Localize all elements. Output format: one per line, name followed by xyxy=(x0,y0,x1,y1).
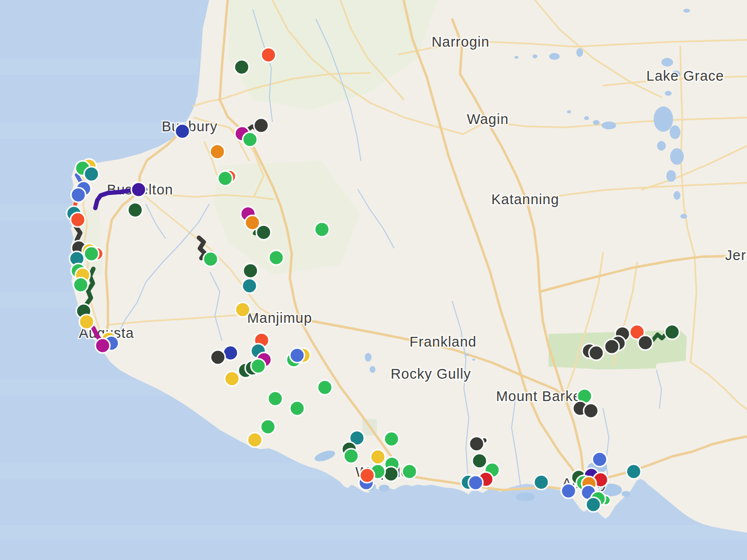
map-marker-blue[interactable] xyxy=(561,484,576,498)
map-marker-teal[interactable] xyxy=(586,497,601,512)
map-marker-green[interactable] xyxy=(251,359,266,373)
map-marker-darkgreen[interactable] xyxy=(243,263,258,278)
map-marker-green[interactable] xyxy=(384,432,399,446)
map-marker-magenta[interactable] xyxy=(95,338,110,353)
town-label-katanning: Katanning xyxy=(491,192,559,207)
nornalup-inlet xyxy=(379,485,390,491)
map-marker-black[interactable] xyxy=(589,346,604,360)
map-marker-blue[interactable] xyxy=(468,475,483,490)
map-marker-darkgreen[interactable] xyxy=(256,225,271,240)
map-svg: NarroginWaginKatanningLake GraceJerraBun… xyxy=(0,0,747,560)
map-marker-darkgreen[interactable] xyxy=(472,454,487,468)
map-marker-gold[interactable] xyxy=(235,302,250,317)
map-marker-black[interactable] xyxy=(469,437,484,451)
map-marker-gold[interactable] xyxy=(248,433,262,447)
map-marker-orange[interactable] xyxy=(210,144,225,159)
map-marker-green[interactable] xyxy=(290,401,304,416)
town-label-wagin: Wagin xyxy=(467,111,509,127)
map-marker-green[interactable] xyxy=(73,278,88,292)
town-label-narrogin: Narrogin xyxy=(431,34,489,50)
map-marker-darkgreen[interactable] xyxy=(128,203,142,217)
map-marker-green[interactable] xyxy=(402,464,417,479)
map-canvas[interactable]: NarroginWaginKatanningLake GraceJerraBun… xyxy=(0,0,747,560)
map-marker-green[interactable] xyxy=(318,380,332,395)
map-marker-black[interactable] xyxy=(605,339,619,354)
town-label-manjimup: Manjimup xyxy=(247,310,312,326)
town-label-lake-grace: Lake Grace xyxy=(646,68,724,84)
map-marker-blue[interactable] xyxy=(71,188,86,202)
map-marker-green[interactable] xyxy=(344,449,358,463)
map-marker-darkgreen[interactable] xyxy=(234,60,249,74)
map-marker-blue[interactable] xyxy=(592,452,607,467)
map-marker-green[interactable] xyxy=(243,132,257,147)
map-marker-gold[interactable] xyxy=(225,371,239,386)
town-label-mount-barker: Mount Barker xyxy=(496,388,587,404)
map-marker-teal[interactable] xyxy=(534,475,549,490)
map-marker-teal[interactable] xyxy=(626,464,641,479)
map-marker-green[interactable] xyxy=(84,246,99,261)
map-marker-darkgreen[interactable] xyxy=(384,467,398,481)
town-label-frankland: Frankland xyxy=(409,334,477,350)
map-marker-teal[interactable] xyxy=(242,279,257,293)
map-marker-green[interactable] xyxy=(203,252,218,266)
map-marker-darkgreen[interactable] xyxy=(665,325,679,339)
map-marker-black[interactable] xyxy=(211,350,225,365)
map-marker-teal[interactable] xyxy=(84,167,99,181)
map-marker-green[interactable] xyxy=(261,420,275,434)
wilson-inlet xyxy=(516,492,535,501)
map-marker-green[interactable] xyxy=(315,222,329,237)
map-marker-orangered[interactable] xyxy=(71,212,85,227)
map-marker-green[interactable] xyxy=(268,391,283,406)
map-marker-green[interactable] xyxy=(269,250,284,265)
map-marker-black[interactable] xyxy=(638,335,653,350)
map-marker-orangered[interactable] xyxy=(261,48,276,62)
map-marker-indigo[interactable] xyxy=(131,182,146,197)
map-marker-darkblue[interactable] xyxy=(175,124,190,139)
town-label-rocky-gully: Rocky Gully xyxy=(391,366,471,382)
map-marker-orangered[interactable] xyxy=(360,468,374,483)
map-marker-black[interactable] xyxy=(254,118,268,133)
map-marker-gold[interactable] xyxy=(79,315,94,329)
map-marker-gold[interactable] xyxy=(371,450,385,464)
map-marker-black[interactable] xyxy=(584,403,598,418)
town-label-jerramungup-partial: Jerra xyxy=(725,247,747,263)
map-marker-green[interactable] xyxy=(218,171,232,186)
map-marker-blue[interactable] xyxy=(290,348,304,363)
